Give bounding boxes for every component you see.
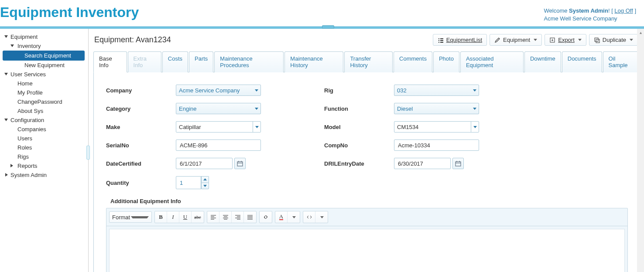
logoff-link[interactable]: Log Off [614,7,633,14]
code-icon [306,214,312,220]
italic-button[interactable]: I [167,211,179,223]
tab-costs[interactable]: Costs [162,51,188,72]
sidebar-item-users[interactable]: Users [3,134,85,143]
scrollbar[interactable]: ▴ [637,29,644,272]
equipment-list-button[interactable]: EquipmentList [433,34,487,46]
tab-parts[interactable]: Parts [189,51,213,72]
tab-photo[interactable]: Photo [433,51,459,72]
tab-comments[interactable]: Comments [394,51,432,72]
font-color-button[interactable]: A [275,211,288,223]
model-combo[interactable]: CM1534 [394,121,479,133]
svg-rect-4 [456,162,461,166]
sidebar-item-equipment[interactable]: Equipment [3,32,85,41]
sidebar-item-configuration[interactable]: Configuration [3,116,85,125]
tab-base-info[interactable]: Base Info [93,51,127,72]
quantity-stepper[interactable] [176,176,272,189]
export-button[interactable]: Export [545,34,586,46]
align-center-button[interactable] [219,211,232,223]
compno-field[interactable] [397,142,476,149]
sidebar-item-changepassword[interactable]: ChangePassword [3,97,85,106]
format-label: Format [112,214,130,221]
align-right-button[interactable] [232,211,244,223]
sidebar-item-search-equipment[interactable]: Search Equipment [3,51,85,61]
underline-button[interactable]: U [179,211,192,223]
tab-associated-equipment[interactable]: Associated Equipment [460,51,524,72]
label-serial: SerialNo [106,142,176,149]
align-justify-icon [247,214,253,220]
svg-rect-1 [595,38,598,41]
strike-icon: abc [194,214,201,220]
underline-icon: U [183,214,187,221]
tab-oil-sample[interactable]: Oil Sample [603,51,640,72]
align-right-icon [235,214,241,220]
quantity-down-button[interactable] [201,183,209,190]
font-color-icon: A [279,214,283,220]
tab-downtime[interactable]: Downtime [524,51,561,72]
sidebar-item-label: Equipment [10,34,38,40]
sidebar-item-user-services[interactable]: User Services [3,70,85,79]
sidebar-item-home[interactable]: Home [3,79,85,88]
link-icon [263,214,269,220]
tab-body: Company Acme Service Company Rig 032 Cat… [93,72,641,272]
tab-maintenance-procedures[interactable]: Maintenance Procedures [214,51,284,72]
company-select[interactable]: Acme Service Company [176,85,261,96]
rig-select[interactable]: 032 [394,85,479,96]
quantity-up-button[interactable] [201,176,209,183]
sidebar-item-inventory[interactable]: Inventory [3,41,85,51]
list-icon [438,37,444,43]
align-justify-button[interactable] [244,211,256,223]
duplicate-button[interactable]: Duplicate [589,34,638,46]
rig-value: 032 [397,87,471,94]
quantity-field[interactable] [179,179,198,187]
sidebar-item-about-sys[interactable]: About Sys [3,106,85,116]
code-button[interactable] [303,211,315,223]
sidebar-item-reports[interactable]: Reports [3,161,85,170]
chevron-down-icon [253,122,260,132]
align-left-button[interactable] [207,211,219,223]
caret-right-icon [5,173,8,177]
sidebar-item-new-equipment[interactable]: New Equipment [3,61,85,70]
page-title: Equipment: Avan1234 [94,35,171,44]
drilentry-input[interactable] [394,158,451,169]
strike-button[interactable]: abc [192,211,204,223]
chevron-down-icon [630,39,633,41]
editor-toolbar: Format B I U abc [106,208,627,226]
link-button[interactable] [260,211,272,223]
datecert-field[interactable] [179,160,230,167]
duplicate-icon [594,37,600,43]
equipment-button[interactable]: Equipment [490,34,542,46]
make-combo[interactable]: Catipillar [176,121,261,133]
tab-extra-info: Extra Info [128,51,161,72]
editor-textarea[interactable] [109,229,625,272]
drilentry-cal-button[interactable] [452,158,464,169]
sidebar-item-label: Configuration [10,117,44,123]
sidebar-item-label: Roles [17,144,32,151]
compno-input[interactable] [394,139,479,151]
duplicate-label: Duplicate [603,37,626,43]
serial-input[interactable] [176,139,261,151]
sidebar-item-roles[interactable]: Roles [3,143,85,152]
chevron-up-icon [203,178,207,180]
caret-down-icon [4,35,8,38]
sidebar-item-companies[interactable]: Companies [3,125,85,134]
sidebar-item-label: ChangePassword [17,99,62,105]
tab-documents[interactable]: Documents [562,51,602,72]
font-color-dd-button[interactable] [288,211,300,223]
drilentry-field[interactable] [397,160,448,167]
datecert-input[interactable] [176,158,233,169]
category-select[interactable]: Engine [176,103,261,114]
sidebar-item-system-admin[interactable]: System Admin [3,170,85,180]
tab-maintenance-history[interactable]: Maintenance History [284,51,343,72]
datecert-cal-button[interactable] [234,158,246,169]
sidebar-item-rigs[interactable]: Rigs [3,152,85,161]
scroll-up-icon[interactable]: ▴ [637,29,644,36]
code-dd-button[interactable] [315,211,328,223]
serial-field[interactable] [179,142,258,149]
tab-transfer-history[interactable]: Transfer History [344,51,393,72]
sidebar-item-my-profile[interactable]: My Profile [3,88,85,97]
sidebar-item-label: New Equipment [24,62,65,68]
format-dropdown[interactable]: Format [109,211,152,223]
bold-button[interactable]: B [155,211,167,223]
splitter-handle-icon[interactable] [86,146,90,160]
function-select[interactable]: Diesel [394,103,479,114]
